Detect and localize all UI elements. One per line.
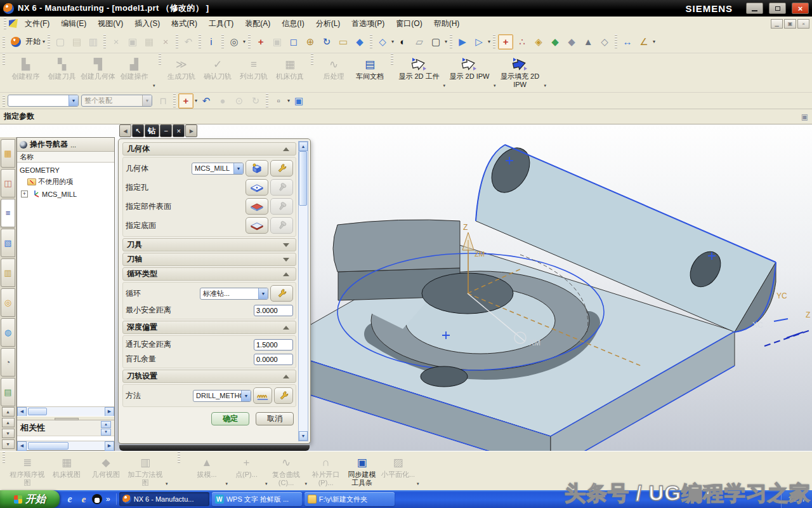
dialog-close-button[interactable]: × [173, 124, 185, 137]
zoom-box-icon[interactable]: ▣ [270, 34, 285, 50]
scroll-bottom-button[interactable]: ▼ [2, 439, 15, 449]
menu-item-7[interactable]: 信息(I) [276, 17, 310, 31]
scroll-right-arrow[interactable]: ▶ [105, 441, 114, 451]
prompt-display-icon[interactable]: ▣ [801, 112, 808, 121]
holes-display-button[interactable] [270, 179, 293, 196]
scroll-top-button[interactable]: ▲ [2, 407, 15, 417]
edit-geometry-button[interactable] [270, 160, 293, 177]
geometry-view-button[interactable]: ◆几何视图 [86, 451, 126, 490]
clip-work-section-icon-dropdown[interactable]: ▾ [488, 39, 490, 44]
dialog-scroll-down-arrow[interactable]: ▼ [299, 431, 308, 441]
composite-curve-button-dropdown[interactable]: ▾ [305, 481, 308, 486]
show-filled-2d-ipw-button[interactable]: 显示填充 2D IPW [497, 53, 544, 92]
cut-icon[interactable]: × [108, 34, 124, 50]
ie-icon[interactable]: e [64, 493, 75, 505]
dialog-scrollbar[interactable]: ▲ ▼ [298, 141, 308, 441]
delete-icon[interactable]: × [158, 34, 173, 50]
selection-scope-combo[interactable]: 整个装配 ▼ [81, 95, 152, 107]
new-file-icon[interactable]: ▢ [53, 34, 68, 50]
copy-icon[interactable]: ▣ [125, 34, 140, 50]
method-combo[interactable]: DRILL_METHOD ▼ [193, 390, 251, 402]
edit-method-button[interactable] [274, 387, 293, 404]
info-cursor-icon[interactable]: i [204, 34, 219, 50]
save-icon[interactable]: ▥ [86, 34, 101, 50]
find-binoculars-icon[interactable]: ◎ [226, 34, 242, 50]
taskbar-task[interactable]: F:\y\新建文件夹 [304, 492, 395, 506]
create-operation-button-dropdown[interactable]: ▾ [153, 83, 155, 88]
menu-item-10[interactable]: 窗口(O) [390, 17, 428, 31]
scroll-right-arrow[interactable]: ▶ [105, 407, 114, 417]
history-tab[interactable]: ◔ [1, 348, 15, 377]
dialog-minimize-button[interactable]: − [160, 124, 172, 137]
mcs-z-arrow[interactable] [462, 232, 474, 250]
rotate-axis-icon[interactable]: ↻ [248, 93, 263, 109]
menu-item-3[interactable]: 插入(S) [129, 17, 166, 31]
taskbar-task[interactable]: WWPS 文字 抢鲜版 ... [212, 492, 302, 506]
rotate-view-icon[interactable]: ↻ [319, 34, 334, 50]
undo-icon[interactable]: ↶ [181, 34, 196, 50]
operation-navigator-tab[interactable]: ≡ [1, 199, 15, 227]
dialog-pointer-icon[interactable]: ↖ [132, 124, 144, 137]
fit-view-icon[interactable]: + [253, 34, 268, 50]
small-hole[interactable] [421, 366, 468, 387]
mdi-minimize-button[interactable]: ▁ [771, 19, 783, 29]
geometry-combo-arrow[interactable]: ▼ [233, 163, 243, 174]
shaded-cube-icon[interactable]: ▣ [291, 93, 306, 109]
point-button[interactable]: +点(P)... [228, 451, 265, 490]
rotate-point-icon[interactable]: ⊙ [232, 93, 247, 109]
dep-scroll-down-button[interactable]: ▼ [101, 429, 111, 436]
generate-toolpath-button[interactable]: ≫生成刀轨 [164, 53, 200, 92]
edit-cycle-button[interactable] [270, 285, 293, 302]
measure-angle-icon-dropdown[interactable]: ▾ [653, 39, 655, 44]
facet-body-button[interactable]: ▨小平面化... [380, 451, 416, 490]
find-binoculars-icon-dropdown[interactable]: ▾ [243, 39, 246, 44]
verify-toolpath-button[interactable]: ✓确认刀轨 [200, 53, 236, 92]
machine-simulation-button[interactable]: ▦机床仿真 [272, 53, 308, 92]
select-bottom-button[interactable] [246, 217, 268, 234]
shop-documentation-button[interactable]: ▤车间文档 [352, 53, 388, 92]
type-filter-combo-arrow[interactable]: ▼ [69, 95, 78, 106]
min-clearance-input[interactable] [254, 305, 293, 316]
snap-point-icon-dropdown[interactable]: ▾ [195, 98, 197, 104]
scroll-down-button[interactable]: ▼ [2, 429, 15, 438]
machining-method-view-button-dropdown[interactable]: ▾ [166, 481, 168, 486]
measure-angle-icon[interactable]: ∠ [636, 34, 652, 50]
draft-button-dropdown[interactable]: ▾ [226, 481, 228, 486]
style-palette-icon[interactable]: ◈ [531, 34, 546, 50]
snap-diamond-icon[interactable]: ◇ [597, 34, 612, 50]
start-menu-dropdown[interactable]: ▾ [43, 39, 45, 44]
open-file-icon[interactable]: ▤ [69, 34, 84, 50]
show-filled-2d-ipw-button-dropdown[interactable]: ▾ [544, 83, 547, 88]
create-geometry-button[interactable]: ▜创建几何体 [80, 53, 116, 92]
synchronous-modeling-button[interactable]: ▣同步建模 工具条 [344, 451, 380, 490]
feeds-speeds-button[interactable] [253, 387, 272, 404]
menu-item-9[interactable]: 首选项(P) [346, 17, 390, 31]
pan-icon[interactable]: ▭ [336, 34, 351, 50]
show-2d-workpiece-button[interactable]: 显示 2D 工件 [396, 53, 443, 92]
dialog-next-button[interactable]: ▶ [185, 124, 197, 137]
method-combo-arrow[interactable]: ▼ [241, 391, 251, 401]
menu-item-8[interactable]: 分析(L) [310, 17, 346, 31]
depth-offset-section-header[interactable]: 深度偏置 [122, 321, 296, 334]
machine-tool-view-button[interactable]: ▦机床视图 [47, 451, 86, 490]
bottom-display-button[interactable] [270, 217, 293, 234]
through-clearance-input[interactable] [254, 339, 293, 351]
tree-item-geometry[interactable]: GEOMETRY [17, 164, 114, 176]
navigator-header[interactable]: 操作导航器 ... [17, 138, 114, 152]
menu-item-6[interactable]: 装配(A) [239, 17, 276, 31]
dialog-prev-button[interactable]: ◀ [119, 124, 131, 137]
new-geometry-button[interactable] [246, 160, 268, 177]
scroll-left-arrow[interactable]: ◀ [17, 441, 27, 451]
blind-stock-input[interactable] [254, 354, 293, 365]
rect-select-icon[interactable]: ▫ [271, 93, 286, 109]
start-menu-icon[interactable] [8, 34, 23, 50]
assembly-clamp-icon[interactable]: ⊓ [155, 93, 171, 109]
selection-scope-combo-arrow[interactable]: ▼ [142, 95, 152, 106]
select-cursor-icon[interactable]: ▲ [580, 34, 596, 50]
transform-icon[interactable]: ◆ [564, 34, 579, 50]
create-program-button[interactable]: ▙创建程序 [8, 53, 44, 92]
type-filter-combo[interactable]: ▼ [8, 95, 79, 107]
geometry-combo[interactable]: MCS_MILL ▼ [192, 163, 244, 175]
start-button[interactable]: 开始 [0, 490, 60, 508]
restore-button[interactable] [769, 3, 786, 14]
